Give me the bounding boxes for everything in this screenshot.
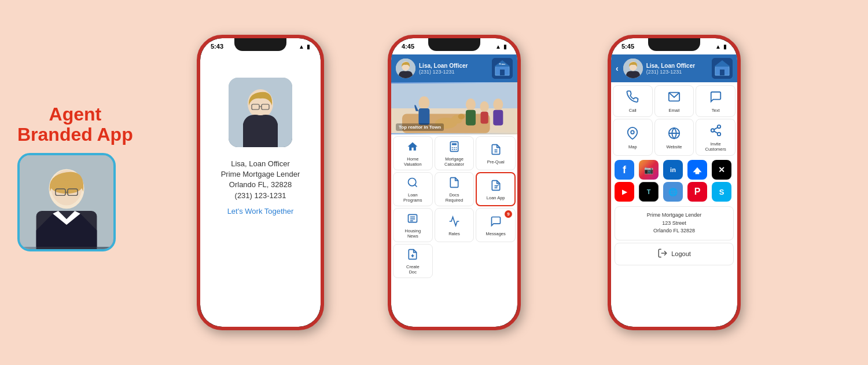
menu-label-housing-news: HousingNews (405, 228, 421, 239)
wifi-icon: ▲ (495, 43, 501, 50)
svg-rect-33 (480, 112, 488, 124)
street-address: 123 Street (621, 220, 727, 228)
social-website2[interactable]: 🌐 (663, 182, 683, 202)
app-header-phone: (231) 123-1231 (419, 69, 488, 75)
app-header: Lisa, Loan Officer (231) 123-1231 Prime (391, 54, 517, 82)
battery-icon: ▮ (307, 43, 310, 50)
svg-point-40 (455, 147, 457, 148)
svg-point-68 (717, 133, 720, 136)
social-facebook[interactable]: f (615, 160, 634, 180)
phone1-time: 5:43 (211, 43, 223, 50)
phone3-status-icons: ▲ ▮ (715, 43, 727, 50)
menu-item-rates[interactable]: Rates (435, 208, 475, 242)
svg-rect-26 (418, 108, 429, 125)
menu-item-mortgage-calc[interactable]: MortgageCalculator (435, 136, 475, 170)
prequal-icon (490, 144, 502, 158)
social-x-twitter[interactable]: ✕ (712, 160, 731, 180)
profile-cta[interactable]: Let's Work Together (209, 207, 311, 216)
logout-icon (657, 248, 668, 260)
phone2-frame: 4:45 ▲ ▮ Lisa, Loan Officer (231) 123-12… (388, 35, 521, 330)
social-linkedin[interactable]: in (663, 160, 683, 180)
messages-badge: 9 (505, 210, 512, 218)
action-label-website: Website (667, 144, 682, 149)
phone1-notch (234, 38, 286, 51)
action-call[interactable]: Call (613, 85, 653, 117)
menu-item-messages[interactable]: 9 Messages (476, 208, 516, 242)
menu-item-create-doc[interactable]: CreateDoc (393, 244, 433, 278)
svg-rect-61 (720, 70, 724, 75)
social-skype[interactable]: S (712, 182, 731, 202)
docs-icon (448, 177, 460, 191)
social-zillow[interactable] (687, 160, 707, 180)
map-icon (626, 127, 639, 143)
action-label-email: Email (669, 108, 680, 113)
phone3-notch (648, 38, 700, 51)
phone2-screen: 4:45 ▲ ▮ Lisa, Loan Officer (231) 123-12… (391, 38, 517, 327)
svg-rect-31 (466, 110, 476, 126)
action-invite[interactable]: InviteCustomers (696, 119, 735, 156)
phone2-time: 4:45 (402, 43, 414, 50)
svg-point-41 (452, 149, 453, 150)
svg-point-29 (458, 114, 465, 119)
app-logo: Prime (492, 58, 513, 79)
social-instagram[interactable]: 📷 (639, 160, 659, 180)
svg-line-47 (415, 185, 417, 187)
phone2-notch (428, 38, 480, 51)
menu-label-prequal: Pre-Qual (487, 159, 505, 165)
email-icon (668, 90, 681, 106)
menu-item-docs[interactable]: DocsRequired (435, 172, 475, 206)
action-website[interactable]: Website (654, 119, 694, 156)
contact-header-phone: (231) 123-1231 (646, 69, 708, 75)
action-label-call: Call (629, 108, 637, 113)
svg-point-38 (452, 147, 453, 148)
contact-logo (712, 58, 733, 79)
phone1-status-icons: ▲ ▮ (299, 43, 310, 50)
action-text[interactable]: Text (696, 85, 735, 117)
profile-info: Lisa, Loan Officer Prime Mortgage Lender… (200, 159, 321, 216)
news-icon (407, 213, 418, 227)
website-icon (668, 127, 681, 143)
loanapp-icon (490, 180, 502, 194)
social-tiktok[interactable]: T (639, 182, 659, 202)
action-map[interactable]: Map (613, 119, 653, 156)
social-pinterest[interactable]: P (687, 182, 707, 202)
text-icon (709, 90, 722, 106)
share-icon (709, 124, 722, 140)
city-address: Orlando FL 32828 (621, 227, 727, 235)
svg-point-32 (480, 101, 489, 112)
logout-button[interactable]: Logout (615, 243, 734, 265)
svg-point-30 (466, 98, 476, 111)
action-label-map: Map (628, 144, 637, 149)
company-name: Prime Mortgage Lender (621, 211, 727, 220)
menu-item-home-valuation[interactable]: HomeValuation (393, 136, 433, 170)
svg-point-42 (454, 149, 455, 150)
contact-header: ‹ Lisa, Loan Officer (231) 123-1231 (611, 54, 737, 82)
svg-point-67 (711, 129, 714, 132)
menu-item-loan-programs[interactable]: LoanPrograms (393, 172, 433, 206)
phone3-time: 5:45 (621, 43, 634, 50)
svg-line-70 (714, 127, 718, 130)
messages-icon (490, 216, 502, 230)
svg-point-39 (454, 147, 455, 148)
menu-item-housing-news[interactable]: HousingNews (393, 208, 433, 242)
svg-rect-37 (452, 143, 457, 145)
social-youtube[interactable]: ▶ (615, 182, 634, 202)
svg-point-66 (717, 125, 720, 129)
wifi-icon: ▲ (299, 43, 304, 50)
menu-item-loan-app[interactable]: Loan App (476, 172, 516, 206)
svg-rect-19 (500, 70, 505, 75)
hero-image: Top realtor in Town (391, 82, 517, 134)
menu-item-pre-qual[interactable]: Pre-Qual (476, 136, 516, 170)
svg-rect-35 (493, 110, 503, 126)
wifi-icon: ▲ (715, 43, 721, 50)
hero-caption: Top realtor in Town (396, 123, 444, 131)
contact-header-info: Lisa, Loan Officer (231) 123-1231 (646, 63, 708, 75)
menu-label-rates: Rates (448, 231, 460, 236)
rates-icon (448, 216, 460, 230)
phone3-screen: 5:45 ▲ ▮ ‹ Lisa, Loan Officer (231) 123-… (611, 38, 737, 327)
action-email[interactable]: Email (654, 85, 694, 117)
back-button[interactable]: ‹ (616, 64, 619, 73)
menu-label-mortgage: MortgageCalculator (444, 156, 464, 167)
agent-title: Agent Branded App (17, 104, 133, 145)
menu-label-docs: DocsRequired (446, 192, 463, 203)
